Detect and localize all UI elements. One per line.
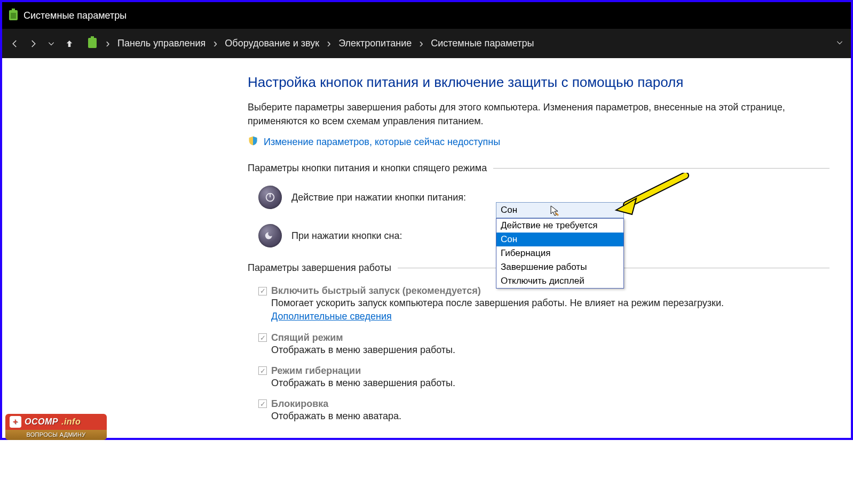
sleep-icon xyxy=(258,224,282,247)
nav-recent-dropdown[interactable] xyxy=(44,36,59,51)
shutdown-setting-title: Блокировка xyxy=(271,398,328,410)
nav-forward-button[interactable] xyxy=(26,36,41,51)
shutdown-setting-desc: Помогает ускорить запуск компьютера посл… xyxy=(271,297,752,323)
nav-back-button[interactable] xyxy=(7,36,22,51)
titlebar: Системные параметры xyxy=(2,2,851,29)
checkbox-disabled: ✓ xyxy=(258,287,267,295)
crumb-sep-icon xyxy=(417,37,425,51)
dropdown-option[interactable]: Отключить дисплей xyxy=(496,274,623,288)
shutdown-setting-desc: Отображать в меню завершения работы. xyxy=(271,343,752,357)
watermark-brand: OCOMP xyxy=(25,417,58,427)
checkbox-disabled: ✓ xyxy=(258,333,267,342)
breadcrumb-item[interactable]: Оборудование и звук xyxy=(223,38,321,49)
shutdown-setting-title: Режим гибернации xyxy=(271,365,361,377)
shutdown-setting-item: ✓ Блокировка Отображать в меню аватара. xyxy=(258,398,830,423)
more-info-link[interactable]: Дополнительные сведения xyxy=(271,311,392,322)
uac-link-text[interactable]: Изменение параметров, которые сейчас нед… xyxy=(264,137,500,148)
shutdown-settings-list: ✓ Включить быстрый запуск (рекомендуется… xyxy=(258,285,830,423)
shutdown-setting-item: ✓ Включить быстрый запуск (рекомендуется… xyxy=(258,285,830,323)
dropdown-option[interactable]: Завершение работы xyxy=(496,260,623,274)
address-dropdown-button[interactable] xyxy=(834,38,846,49)
watermark-logo: + OCOMP.info ВОПРОСЫ АДМИНУ xyxy=(5,414,107,440)
shutdown-setting-desc: Отображать в меню аватара. xyxy=(271,410,752,423)
dropdown-option[interactable]: Гибернация xyxy=(496,246,623,260)
battery-icon xyxy=(9,9,18,23)
dropdown-option[interactable]: Сон xyxy=(496,233,623,246)
power-icon xyxy=(258,186,282,209)
dropdown-selected[interactable]: Сон xyxy=(496,202,624,218)
shutdown-setting-desc: Отображать в меню завершения работы. xyxy=(271,377,752,390)
breadcrumb-item[interactable]: Электропитание xyxy=(336,38,414,49)
shutdown-setting-title: Включить быстрый запуск (рекомендуется) xyxy=(271,285,481,297)
navbar: Панель управления Оборудование и звук Эл… xyxy=(2,29,851,58)
plus-icon: + xyxy=(10,416,21,428)
crumb-sep-icon xyxy=(104,37,112,51)
nav-up-button[interactable] xyxy=(62,36,77,51)
uac-link[interactable]: Изменение параметров, которые сейчас нед… xyxy=(248,135,830,149)
shield-icon xyxy=(248,135,258,149)
svg-rect-0 xyxy=(11,13,16,19)
checkbox-disabled: ✓ xyxy=(258,399,267,408)
dropdown-option[interactable]: Действие не требуется xyxy=(496,219,623,233)
watermark-sub: ВОПРОСЫ АДМИНУ xyxy=(5,430,107,440)
breadcrumb-item[interactable]: Системные параметры xyxy=(429,38,536,49)
breadcrumb-item[interactable]: Панель управления xyxy=(115,38,208,49)
address-icon xyxy=(88,36,97,51)
section-heading-buttons: Параметры кнопки питания и кнопки спящег… xyxy=(248,163,830,174)
content-area: Настройка кнопок питания и включение защ… xyxy=(2,58,851,438)
shutdown-setting-item: ✓ Режим гибернации Отображать в меню зав… xyxy=(258,365,830,390)
shutdown-setting-title: Спящий режим xyxy=(271,332,343,343)
shutdown-setting-item: ✓ Спящий режим Отображать в меню заверше… xyxy=(258,332,830,357)
crumb-sep-icon xyxy=(325,37,333,51)
power-action-dropdown[interactable]: Сон Действие не требуется Сон Гибернация… xyxy=(496,202,624,289)
checkbox-disabled: ✓ xyxy=(258,366,267,375)
page-description: Выберите параметры завершения работы для… xyxy=(248,100,813,128)
page-title: Настройка кнопок питания и включение защ… xyxy=(248,74,830,91)
crumb-sep-icon xyxy=(211,37,219,51)
watermark-suffix: .info xyxy=(61,417,81,427)
cursor-icon xyxy=(550,205,560,219)
dropdown-list: Действие не требуется Сон Гибернация Зав… xyxy=(496,218,624,289)
sleep-button-label: При нажатии кнопки сна: xyxy=(291,230,505,242)
window-title: Системные параметры xyxy=(23,10,127,21)
power-button-label: Действие при нажатии кнопки питания: xyxy=(291,192,505,203)
